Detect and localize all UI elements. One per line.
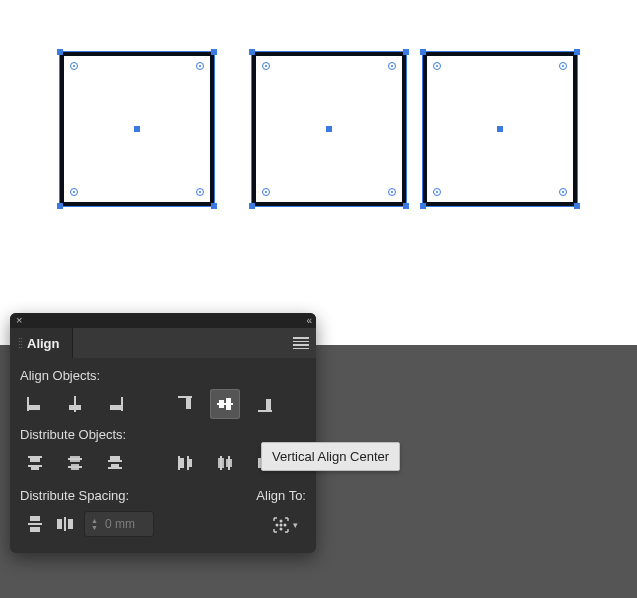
svg-rect-21: [110, 456, 120, 460]
svg-point-46: [280, 520, 282, 522]
svg-point-43: [276, 524, 278, 526]
svg-rect-23: [111, 464, 119, 467]
menu-icon: [293, 337, 309, 349]
horizontal-distribute-center-button[interactable]: [210, 448, 240, 478]
align-right-icon: [105, 394, 125, 414]
vertical-distribute-space-button[interactable]: [20, 509, 50, 539]
corner-widget-icon[interactable]: [70, 62, 78, 70]
svg-rect-16: [31, 467, 39, 470]
vertical-align-center-button[interactable]: [210, 389, 240, 419]
close-icon[interactable]: ×: [16, 315, 22, 326]
vertical-distribute-center-button[interactable]: [60, 448, 90, 478]
align-hcenter-icon: [65, 394, 85, 414]
svg-rect-1: [29, 405, 40, 410]
corner-widget-icon[interactable]: [196, 62, 204, 70]
horizontal-distribute-left-button[interactable]: [170, 448, 200, 478]
horizontal-align-left-button[interactable]: [20, 389, 50, 419]
distribute-objects-label: Distribute Objects:: [20, 427, 306, 442]
center-point-icon: [326, 126, 332, 132]
align-top-icon: [175, 394, 195, 414]
svg-rect-24: [108, 467, 122, 469]
svg-rect-41: [64, 517, 66, 531]
svg-rect-3: [69, 405, 81, 410]
vspace-icon: [25, 514, 45, 534]
align-panel[interactable]: × « Align Align Objects:: [10, 313, 316, 553]
vertical-align-top-button[interactable]: [170, 389, 200, 419]
svg-rect-37: [30, 516, 40, 521]
panel-menu-button[interactable]: [286, 328, 316, 358]
stepper-icon[interactable]: ▲▼: [91, 517, 101, 531]
corner-widget-icon[interactable]: [559, 188, 567, 196]
hspace-icon: [55, 514, 75, 534]
svg-rect-25: [178, 456, 180, 470]
svg-rect-27: [187, 456, 189, 470]
vdist-center-icon: [65, 453, 85, 473]
svg-rect-7: [186, 398, 191, 409]
align-bottom-icon: [255, 394, 275, 414]
svg-rect-28: [189, 459, 192, 467]
panel-tabbar: Align: [10, 328, 316, 358]
horizontal-align-center-button[interactable]: [60, 389, 90, 419]
selected-rectangle[interactable]: [252, 52, 406, 206]
svg-rect-20: [71, 464, 79, 470]
corner-widget-icon[interactable]: [388, 188, 396, 196]
svg-rect-6: [178, 396, 192, 398]
svg-point-44: [280, 524, 282, 526]
svg-rect-38: [28, 523, 42, 525]
tooltip: Vertical Align Center: [261, 442, 400, 471]
spacing-value: 0 mm: [105, 517, 135, 531]
corner-widget-icon[interactable]: [70, 188, 78, 196]
vertical-distribute-top-button[interactable]: [20, 448, 50, 478]
corner-widget-icon[interactable]: [559, 62, 567, 70]
collapse-icon[interactable]: «: [306, 315, 310, 326]
svg-rect-30: [218, 458, 224, 468]
center-point-icon: [134, 126, 140, 132]
selected-rectangle[interactable]: [423, 52, 577, 206]
align-to-label: Align To:: [256, 488, 306, 503]
corner-widget-icon[interactable]: [433, 188, 441, 196]
svg-rect-4: [121, 397, 123, 411]
center-point-icon: [497, 126, 503, 132]
svg-rect-12: [266, 399, 271, 410]
distribute-spacing-label: Distribute Spacing:: [20, 488, 246, 503]
corner-widget-icon[interactable]: [388, 62, 396, 70]
align-to-selection-icon: [272, 516, 290, 534]
svg-rect-39: [30, 527, 40, 532]
svg-rect-42: [68, 519, 73, 529]
svg-point-47: [280, 528, 282, 530]
svg-rect-9: [219, 400, 224, 408]
panel-titlebar[interactable]: × «: [10, 313, 316, 328]
spacing-value-field[interactable]: ▲▼ 0 mm: [84, 511, 154, 537]
svg-rect-18: [70, 456, 80, 462]
hdist-left-icon: [175, 453, 195, 473]
svg-rect-15: [28, 465, 42, 467]
selected-rectangle[interactable]: [60, 52, 214, 206]
horizontal-distribute-space-button[interactable]: [50, 509, 80, 539]
tab-align[interactable]: Align: [10, 328, 73, 358]
svg-rect-10: [226, 398, 231, 410]
align-to-button[interactable]: ▾: [264, 511, 306, 539]
svg-rect-0: [27, 397, 29, 411]
corner-widget-icon[interactable]: [196, 188, 204, 196]
vdist-top-icon: [25, 453, 45, 473]
svg-rect-22: [108, 460, 122, 462]
svg-rect-13: [28, 456, 42, 458]
svg-rect-40: [57, 519, 62, 529]
corner-widget-icon[interactable]: [262, 62, 270, 70]
corner-widget-icon[interactable]: [433, 62, 441, 70]
align-left-icon: [25, 394, 45, 414]
vdist-bottom-icon: [105, 453, 125, 473]
vertical-align-bottom-button[interactable]: [250, 389, 280, 419]
chevron-down-icon: ▾: [293, 520, 298, 530]
svg-rect-11: [258, 410, 272, 412]
corner-widget-icon[interactable]: [262, 188, 270, 196]
svg-rect-26: [180, 458, 184, 468]
tab-align-label: Align: [27, 336, 60, 351]
svg-rect-5: [110, 405, 121, 410]
tooltip-text: Vertical Align Center: [272, 449, 389, 464]
svg-rect-32: [226, 459, 232, 467]
horizontal-align-right-button[interactable]: [100, 389, 130, 419]
vertical-distribute-bottom-button[interactable]: [100, 448, 130, 478]
hdist-center-icon: [215, 453, 235, 473]
align-vcenter-icon: [215, 394, 235, 414]
